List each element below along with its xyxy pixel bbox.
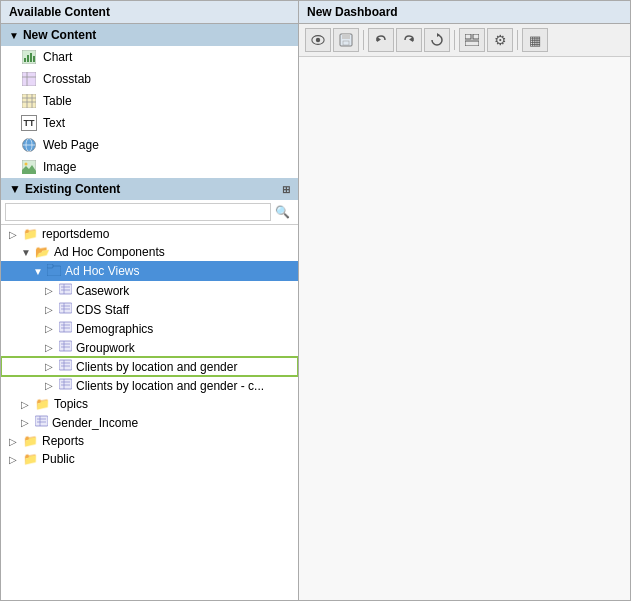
svg-rect-51	[342, 34, 350, 39]
svg-rect-36	[59, 360, 72, 370]
save-button[interactable]	[333, 28, 359, 52]
refresh-button[interactable]	[424, 28, 450, 52]
toolbar-separator	[363, 30, 364, 50]
expand-icon: ▷	[21, 399, 31, 410]
folder-icon: 📁	[23, 452, 38, 466]
webpage-icon	[21, 137, 37, 153]
grid-toggle-button[interactable]: ▦	[522, 28, 548, 52]
svg-rect-20	[59, 284, 72, 294]
tree-item-reports[interactable]: ▷ 📁 Reports	[1, 432, 298, 450]
item-icon	[59, 302, 72, 317]
folder-icon: 📁	[23, 434, 38, 448]
settings-button[interactable]: ⚙	[487, 28, 513, 52]
svg-rect-40	[59, 379, 72, 389]
expand-icon: ▷	[45, 285, 55, 296]
chart-label: Chart	[43, 50, 72, 64]
expand-icon: ▷	[45, 380, 55, 391]
svg-rect-19	[47, 264, 53, 268]
svg-rect-32	[59, 341, 72, 351]
list-item[interactable]: Web Page	[1, 134, 298, 156]
toolbar-separator	[517, 30, 518, 50]
layout-button[interactable]	[459, 28, 485, 52]
undo-button[interactable]	[368, 28, 394, 52]
webpage-label: Web Page	[43, 138, 99, 152]
search-button[interactable]: 🔍	[271, 203, 294, 221]
list-item[interactable]: Crosstab	[1, 68, 298, 90]
tree-item-clients-location-gender[interactable]: ▷ Clients by location and gender	[1, 357, 298, 376]
tree-item-topics[interactable]: ▷ 📁 Topics	[1, 395, 298, 413]
available-content-title: Available Content	[9, 5, 110, 19]
toolbar-separator	[454, 30, 455, 50]
svg-marker-54	[409, 37, 413, 42]
list-item[interactable]: Table	[1, 90, 298, 112]
expand-icon: ▷	[45, 342, 55, 353]
preview-button[interactable]	[305, 28, 331, 52]
left-panel: Available Content ▼ New Content Cha	[1, 1, 299, 600]
tree-area: ▷ 📁 reportsdemo ▼ 📂 Ad Hoc Components ▼	[1, 225, 298, 600]
tree-item-public[interactable]: ▷ 📁 Public	[1, 450, 298, 468]
list-item[interactable]: TT Text	[1, 112, 298, 134]
tree-label: Casework	[76, 284, 129, 298]
table-icon	[21, 93, 37, 109]
svg-rect-57	[473, 34, 479, 39]
tree-label: Groupwork	[76, 341, 135, 355]
crosstab-label: Crosstab	[43, 72, 91, 86]
right-content-area	[299, 57, 630, 600]
expand-icon: ▷	[9, 436, 19, 447]
tree-label: Ad Hoc Components	[54, 245, 165, 259]
tree-label: Clients by location and gender - c...	[76, 379, 264, 393]
svg-point-17	[25, 163, 28, 166]
svg-rect-56	[465, 34, 471, 39]
svg-rect-58	[465, 41, 479, 46]
expand-icon: ▷	[45, 361, 55, 372]
tree-item-adhoc-components[interactable]: ▼ 📂 Ad Hoc Components	[1, 243, 298, 261]
redo-button[interactable]	[396, 28, 422, 52]
expand-icon: ▼	[21, 247, 31, 258]
tree-item-groupwork[interactable]: ▷ Groupwork	[1, 338, 298, 357]
tree-item-gender-income[interactable]: ▷ Gender_Income	[1, 413, 298, 432]
item-icon	[59, 340, 72, 355]
new-content-header[interactable]: ▼ New Content	[1, 24, 298, 46]
svg-rect-3	[30, 53, 32, 62]
search-input[interactable]	[5, 203, 271, 221]
expand-icon: ▼	[33, 266, 43, 277]
right-panel: New Dashboard	[299, 1, 630, 600]
existing-content-arrow: ▼	[9, 182, 21, 196]
tree-item-cds-staff[interactable]: ▷ CDS Staff	[1, 300, 298, 319]
folder-icon: 📁	[35, 397, 50, 411]
crosstab-icon	[21, 71, 37, 87]
svg-marker-53	[377, 37, 381, 42]
tree-label: Clients by location and gender	[76, 360, 237, 374]
right-panel-title: New Dashboard	[299, 1, 630, 24]
tree-item-casework[interactable]: ▷ Casework	[1, 281, 298, 300]
list-item[interactable]: Chart	[1, 46, 298, 68]
existing-content-label: Existing Content	[25, 182, 120, 196]
search-bar: 🔍	[1, 200, 298, 225]
new-content-arrow: ▼	[9, 30, 19, 41]
tree-item-adhoc-views[interactable]: ▼ Ad Hoc Views	[1, 261, 298, 281]
item-icon	[59, 378, 72, 393]
tree-label: Ad Hoc Views	[65, 264, 139, 278]
expand-icon: ▷	[9, 454, 19, 465]
folder-icon	[47, 263, 61, 279]
existing-content-header[interactable]: ▼ Existing Content ⊞	[1, 178, 298, 200]
text-icon: TT	[21, 115, 37, 131]
expand-icon: ▷	[9, 229, 19, 240]
expand-icon: ▷	[45, 323, 55, 334]
tree-label: Reports	[42, 434, 84, 448]
new-content-label: New Content	[23, 28, 96, 42]
tree-label: CDS Staff	[76, 303, 129, 317]
image-icon	[21, 159, 37, 175]
panel-title: Available Content	[1, 1, 298, 24]
tree-item-clients-location-gender-copy[interactable]: ▷ Clients by location and gender - c...	[1, 376, 298, 395]
tree-item-reportsdemo[interactable]: ▷ 📁 reportsdemo	[1, 225, 298, 243]
svg-point-49	[316, 38, 320, 42]
list-item[interactable]: Image	[1, 156, 298, 178]
svg-rect-2	[27, 55, 29, 62]
tree-label: Topics	[54, 397, 88, 411]
tree-item-demographics[interactable]: ▷ Demographics	[1, 319, 298, 338]
expand-icon: ▷	[45, 304, 55, 315]
toolbar: ⚙ ▦	[299, 24, 630, 57]
svg-rect-1	[24, 58, 26, 62]
existing-content-options-icon[interactable]: ⊞	[282, 184, 290, 195]
